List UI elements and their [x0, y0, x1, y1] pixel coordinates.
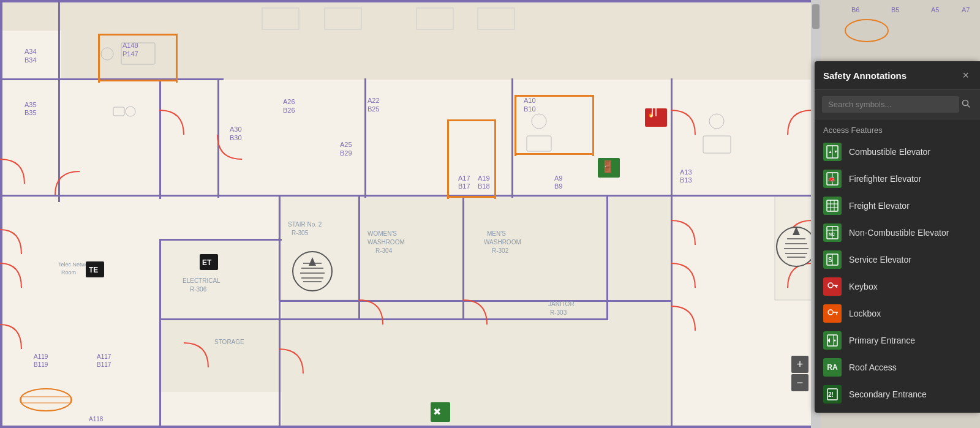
svg-text:JANITOR: JANITOR	[548, 301, 575, 307]
keybox-label: Keybox	[849, 282, 878, 291]
svg-rect-42	[98, 80, 178, 81]
svg-text:S: S	[828, 257, 832, 263]
svg-text:A30: A30	[230, 126, 242, 133]
svg-rect-31	[159, 239, 282, 241]
svg-rect-46	[447, 196, 496, 198]
secondary-entrance-label: Secondary Entrance	[849, 389, 927, 399]
svg-rect-15	[0, 0, 815, 2]
list-item-freight-elevator[interactable]: Freight Elevator	[815, 192, 980, 219]
svg-rect-41	[98, 34, 100, 83]
lockbox-icon	[823, 304, 842, 323]
svg-text:B18: B18	[478, 182, 490, 190]
svg-text:B119: B119	[34, 361, 48, 368]
svg-rect-4	[61, 80, 224, 202]
svg-text:A25: A25	[340, 141, 352, 148]
non-combustible-elevator-label: Non-Combustible Elevator	[849, 228, 949, 238]
svg-text:R-303: R-303	[550, 309, 567, 316]
svg-text:A118: A118	[89, 416, 104, 422]
list-item-primary-entrance[interactable]: Primary Entrance	[815, 327, 980, 354]
svg-text:B29: B29	[340, 149, 352, 157]
svg-text:R-306: R-306	[190, 286, 207, 293]
svg-text:B117: B117	[97, 361, 111, 368]
svg-rect-40	[98, 34, 178, 36]
list-item-firefighter-elevator[interactable]: 🚒 Firefighter Elevator	[815, 165, 980, 192]
svg-rect-50	[514, 153, 594, 155]
svg-text:B34: B34	[24, 56, 37, 64]
svg-text:ELECTRICAL: ELECTRICAL	[183, 277, 221, 284]
svg-rect-12	[160, 318, 442, 392]
svg-text:R-302: R-302	[492, 247, 509, 254]
svg-text:WASHROOM: WASHROOM	[484, 239, 521, 246]
search-container	[815, 90, 980, 119]
svg-text:🚒: 🚒	[828, 175, 835, 182]
list-item-keybox[interactable]: Keybox	[815, 273, 980, 300]
svg-text:A35: A35	[24, 101, 37, 108]
svg-text:A7: A7	[962, 6, 970, 13]
svg-text:P147: P147	[123, 50, 138, 58]
svg-rect-25	[159, 80, 161, 199]
svg-text:A19: A19	[478, 175, 490, 182]
svg-text:B25: B25	[368, 105, 380, 113]
svg-text:MEN'S: MEN'S	[487, 230, 506, 237]
svg-rect-24	[58, 0, 60, 202]
list-item-combustible-elevator[interactable]: ▲▼ Combustible Elevator	[815, 138, 980, 165]
svg-rect-22	[671, 195, 673, 427]
svg-rect-28	[364, 78, 366, 198]
search-input[interactable]	[822, 96, 959, 113]
svg-text:A22: A22	[368, 97, 380, 104]
list-item-lockbox[interactable]: Lockbox	[815, 300, 980, 327]
section-label: Access Features	[815, 119, 980, 138]
list-item-non-combustible-elevator[interactable]: NC Non-Combustible Elevator	[815, 219, 980, 246]
svg-rect-39	[606, 195, 608, 320]
list-item-service-elevator[interactable]: S Service Elevator	[815, 246, 980, 273]
service-elevator-label: Service Elevator	[849, 255, 911, 265]
svg-text:STAIR No. 2: STAIR No. 2	[288, 221, 322, 228]
svg-text:🔥: 🔥	[648, 111, 654, 118]
svg-rect-16	[0, 0, 2, 428]
freight-elevator-label: Freight Elevator	[849, 201, 910, 211]
svg-text:A119: A119	[34, 353, 48, 360]
svg-text:A13: A13	[680, 168, 692, 176]
svg-text:B26: B26	[283, 107, 295, 114]
svg-text:WASHROOM: WASHROOM	[368, 239, 405, 246]
svg-text:B30: B30	[230, 134, 242, 141]
svg-point-174	[834, 340, 836, 342]
svg-text:2!: 2!	[828, 391, 834, 398]
zoom-in-button[interactable]: +	[791, 356, 809, 373]
svg-text:B35: B35	[24, 109, 37, 116]
svg-text:B5: B5	[891, 6, 899, 13]
svg-text:B6: B6	[851, 6, 859, 13]
svg-text:A10: A10	[524, 97, 536, 104]
primary-entrance-icon	[823, 331, 842, 350]
svg-rect-29	[511, 78, 513, 198]
svg-text:B9: B9	[554, 182, 562, 190]
svg-rect-17	[0, 426, 815, 428]
scrollbar-thumb[interactable]	[812, 4, 820, 29]
svg-rect-6	[508, 80, 692, 196]
primary-entrance-label: Primary Entrance	[849, 336, 915, 345]
svg-text:▲: ▲	[828, 149, 832, 154]
svg-text:A17: A17	[458, 175, 470, 182]
firefighter-elevator-icon: 🚒	[823, 170, 842, 188]
svg-rect-2	[0, 0, 815, 80]
svg-rect-34	[159, 239, 161, 428]
firefighter-elevator-label: Firefighter Elevator	[849, 174, 921, 184]
svg-text:NC: NC	[829, 232, 835, 236]
svg-text:B10: B10	[524, 105, 536, 113]
search-button[interactable]	[959, 97, 973, 112]
panel-close-button[interactable]: ×	[960, 69, 971, 82]
items-list: ▲▼ Combustible Elevator 🚒 Firefighter El…	[815, 138, 980, 413]
zoom-out-button[interactable]: −	[791, 374, 809, 391]
svg-text:B13: B13	[680, 176, 692, 184]
svg-text:ET: ET	[202, 258, 212, 267]
secondary-entrance-icon: 2!	[823, 385, 842, 404]
keybox-icon	[823, 277, 842, 296]
svg-text:Room: Room	[61, 269, 76, 276]
panel-title: Safety Annotations	[823, 70, 907, 81]
list-item-roof-access[interactable]: RA Roof Access	[815, 354, 980, 381]
list-item-secondary-entrance[interactable]: 2! Secondary Entrance	[815, 381, 980, 408]
svg-text:A26: A26	[283, 98, 295, 105]
svg-text:B17: B17	[458, 182, 470, 190]
svg-text:R-305: R-305	[292, 230, 309, 236]
svg-text:▼: ▼	[834, 149, 838, 154]
